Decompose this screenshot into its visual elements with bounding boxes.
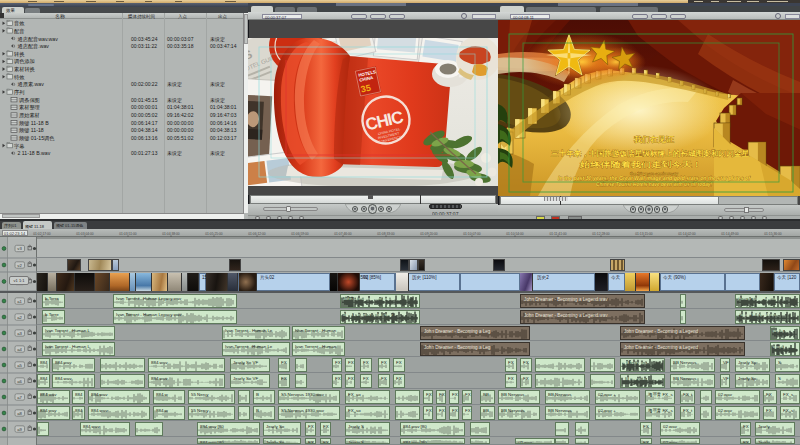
svg-text:FX: FX: [508, 376, 514, 381]
svg-text:Jearly Sp: Jearly Sp: [738, 376, 757, 381]
svg-text:a5: a5: [17, 363, 22, 368]
svg-text:Jearly So VF: Jearly So VF: [233, 376, 258, 381]
svg-text:00:06:13:16: 00:06:13:16: [131, 135, 158, 141]
svg-text:Ivan Torrent - Human Legacy.wa: Ivan Torrent - Human Legacy.wav: [116, 312, 182, 317]
svg-text:FX: FX: [363, 360, 369, 365]
svg-text:00:01:27:13: 00:01:27:13: [131, 150, 158, 156]
svg-text:FX: FX: [743, 440, 749, 445]
svg-text:a4: a4: [17, 347, 22, 352]
svg-text:00:00:00:00: 00:00:00:00: [167, 127, 194, 133]
svg-text:字幕: 字幕: [14, 143, 24, 149]
svg-text:Ivan Torrent - Human: Ivan Torrent - Human: [295, 344, 337, 349]
svg-text:调色添加: 调色添加: [14, 58, 35, 65]
svg-text:BB Nervous: BB Nervous: [673, 360, 697, 365]
svg-text:FX: FX: [348, 376, 354, 381]
svg-text:v3: v3: [17, 246, 22, 251]
svg-text:55 Nercy: 55 Nercy: [191, 408, 209, 413]
svg-text:FX: FX: [766, 392, 772, 397]
svg-text:884.wav: 884.wav: [40, 392, 57, 397]
svg-text:01:11:41:00: 01:11:41:00: [549, 232, 566, 236]
svg-text:01:10:07:00: 01:10:07:00: [463, 232, 481, 236]
svg-text:历史2: 历史2: [537, 275, 549, 281]
svg-text:FX: FX: [348, 360, 354, 365]
svg-text:01:14:02:00: 01:14:02:00: [678, 232, 696, 236]
svg-text:John Dreamer - Becoming a Leg: John Dreamer - Becoming a Leg: [424, 328, 491, 333]
svg-text:转换: 转换: [14, 51, 25, 58]
svg-text:01:10:54:00: 01:10:54:00: [506, 232, 524, 236]
svg-text:John Dreamer - Becoming a Lege: John Dreamer - Becoming a Legend: [624, 344, 698, 349]
svg-text:通原素.wav: 通原素.wav: [18, 81, 45, 87]
svg-text:884.wav [80: 884.wav [80: [200, 424, 224, 429]
svg-text:FX: FX: [323, 440, 329, 445]
svg-text:Ivan Torrent - Human Le: Ivan Torrent - Human Le: [225, 344, 273, 349]
svg-text:01:05:25:00: 01:05:25:00: [205, 232, 223, 236]
svg-text:BB Nervous: BB Nervous: [673, 376, 697, 381]
svg-text:FX_so: FX_so: [348, 408, 361, 413]
svg-text:FX: FX: [281, 376, 287, 381]
svg-text:Jearly S: Jearly S: [348, 424, 364, 429]
svg-text:01:03:04:00: 01:03:04:00: [76, 232, 94, 236]
svg-text:未设定: 未设定: [167, 150, 182, 157]
svg-text:Jearly Sp: Jearly Sp: [738, 360, 757, 365]
svg-text:00:06:14:16: 00:06:14:16: [210, 120, 237, 126]
svg-text:02 [85%]: 02 [85%]: [363, 275, 381, 280]
svg-text:BB Nervous: BB Nervous: [501, 392, 525, 397]
svg-text:BB: BB: [483, 408, 489, 413]
svg-text:始终伴随着我们走到今天！: 始终伴随着我们走到今天！: [579, 160, 702, 169]
svg-text:John Dreamer - Bec..wav: John Dreamer - Bec..wav: [343, 296, 393, 301]
svg-text:00:01:45:15: 00:01:45:15: [131, 97, 158, 103]
svg-text:S5.Nervous 1930.wav: S5.Nervous 1930.wav: [281, 408, 325, 413]
svg-text:未设定: 未设定: [167, 97, 182, 104]
svg-text:BB: BB: [483, 392, 489, 397]
svg-text:FX: FX: [452, 392, 458, 397]
svg-text:00:12:03:17: 00:12:03:17: [210, 135, 237, 141]
svg-text:John Dreamer - Becoming a Lege: John Dreamer - Becoming a Legend.wav: [524, 312, 608, 317]
svg-text:a2: a2: [17, 315, 22, 320]
svg-text:world: world: [773, 344, 784, 349]
svg-text:00:03:35:18: 00:03:35:18: [167, 43, 194, 49]
svg-text:John Dreamer - Becoming a Lege: John Dreamer - Becoming a Legend.wav: [524, 296, 608, 301]
svg-text:a9: a9: [17, 427, 22, 432]
svg-text:a6: a6: [17, 379, 22, 384]
svg-text:FX: FX: [743, 424, 749, 429]
svg-text:01:13:15:00: 01:13:15:00: [635, 232, 653, 236]
svg-text:01:09:20:00: 01:09:20:00: [420, 232, 438, 236]
svg-text:FX: FX: [396, 376, 402, 381]
svg-text:01:06:59:00: 01:06:59:00: [291, 232, 309, 236]
svg-text:01:14:49:00: 01:14:49:00: [721, 232, 739, 236]
svg-text:02.wav +: 02.wav +: [598, 408, 616, 413]
svg-text:通店配音wav.wav: 通店配音wav.wav: [18, 36, 59, 43]
svg-text:BB Nervous: BB Nervous: [548, 408, 572, 413]
svg-text:01:04:38:01: 01:04:38:01: [210, 104, 237, 110]
svg-text:01:07:46:00: 01:07:46:00: [334, 232, 352, 236]
svg-text:884.wav [80: 884.wav [80: [403, 424, 427, 429]
svg-text:00:00:00:01: 00:00:00:01: [131, 104, 158, 110]
svg-text:John Dreamer - Becoming a Leg: John Dreamer - Becoming a Leg: [424, 344, 491, 349]
svg-text:01:04:38:00: 01:04:38:00: [162, 232, 180, 236]
svg-text:00:04:38:14: 00:04:38:14: [131, 127, 158, 133]
svg-text:调条保图: 调条保图: [19, 97, 40, 104]
svg-text:未设定: 未设定: [210, 36, 225, 43]
svg-text:15]: 15]: [202, 275, 206, 280]
svg-text:02.wav: 02.wav: [663, 440, 678, 445]
svg-text:今天: 今天: [611, 275, 621, 280]
svg-text:b.Torre: b.Torre: [45, 296, 59, 301]
svg-text:频键 11-18: 频键 11-18: [19, 127, 44, 134]
svg-text:FX: FX: [439, 408, 445, 413]
svg-text:序列: 序列: [13, 89, 24, 95]
svg-text:884: 884: [40, 360, 48, 365]
svg-text:未设定: 未设定: [210, 97, 225, 104]
svg-text:00:04:38:13: 00:04:38:13: [210, 127, 237, 133]
svg-text:Jearly So: Jearly So: [266, 424, 285, 429]
svg-text:55 Nercy: 55 Nercy: [191, 392, 209, 397]
svg-text:884.wav: 884.wav: [83, 424, 100, 429]
svg-text:Jearly S: Jearly S: [348, 440, 364, 445]
svg-text:FX: FX: [523, 376, 529, 381]
svg-text:00:00:03:07: 00:00:03:07: [167, 36, 194, 42]
svg-text:海草青 FX_s: 海草青 FX_s: [648, 392, 673, 397]
svg-text:历史 [110%]: 历史 [110%]: [412, 275, 436, 281]
svg-text:FX: FX: [465, 392, 471, 397]
svg-text:884.wav [80: 884.wav [80: [200, 440, 224, 445]
svg-text:海草青 FX_s: 海草青 FX_s: [648, 408, 673, 413]
svg-text:00:03:45:24: 00:03:45:24: [131, 36, 158, 42]
